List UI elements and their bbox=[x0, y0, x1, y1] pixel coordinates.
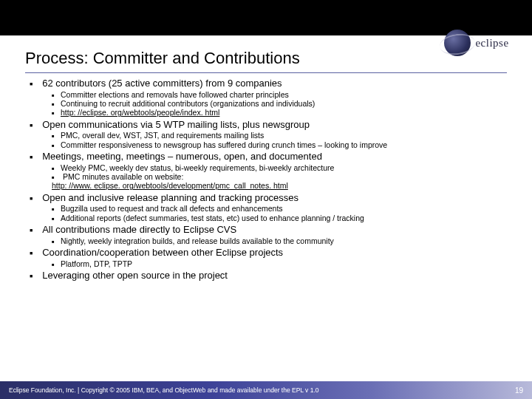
list-item: 62 contributors (25 active committers) f… bbox=[30, 78, 511, 117]
sub-list: Committer elections and removals have fo… bbox=[30, 90, 511, 117]
sub-list: Bugzilla used to request and track all d… bbox=[30, 204, 511, 222]
sub-item: Platform, DTP, TPTP bbox=[52, 259, 511, 268]
sub-item: Committer responsiveness to newsgroup ha… bbox=[52, 140, 511, 149]
slide-content: 62 contributors (25 active committers) f… bbox=[0, 78, 532, 281]
footer-bar: Eclipse Foundation, Inc. | Copyright © 2… bbox=[0, 381, 532, 399]
sub-item: http: //eclipse. org/webtools/people/ind… bbox=[52, 108, 511, 117]
eclipse-logo: eclipse bbox=[429, 25, 525, 61]
sub-list: PMC, overall dev, WST, JST, and requirem… bbox=[30, 131, 511, 149]
list-item: Leveraging other open source in the proj… bbox=[30, 270, 511, 282]
sub-list: Platform, DTP, TPTP bbox=[30, 259, 511, 268]
sub-item: PMC minutes available on website: http: … bbox=[52, 172, 511, 191]
list-item: Coordination/cooperation between other E… bbox=[30, 247, 511, 268]
item-text: Meetings, meeting, meetings – numerous, … bbox=[42, 151, 322, 162]
item-text: Coordination/cooperation between other E… bbox=[42, 247, 283, 258]
pmc-notes-link[interactable]: http: //www. eclipse. org/webtools/devel… bbox=[52, 181, 288, 190]
footer-copyright: Eclipse Foundation, Inc. | Copyright © 2… bbox=[9, 386, 319, 394]
logo-text: eclipse bbox=[475, 37, 508, 50]
title-rule bbox=[25, 72, 507, 73]
sub-item: Weekly PMC, weekly dev status, bi-weekly… bbox=[52, 163, 511, 172]
item-text: Open and inclusive release planning and … bbox=[42, 192, 299, 203]
sub-item: PMC, overall dev, WST, JST, and requirem… bbox=[52, 131, 511, 140]
item-text: Open communications via 5 WTP mailing li… bbox=[42, 119, 310, 130]
sub-list: Nightly, weekly integration builds, and … bbox=[30, 236, 511, 245]
page-number: 19 bbox=[515, 386, 523, 395]
sub-item: Additional reports (defect summaries, te… bbox=[52, 214, 511, 222]
eclipse-orb-icon bbox=[444, 30, 471, 56]
sub-item: Committer elections and removals have fo… bbox=[52, 90, 511, 99]
list-item: Meetings, meeting, meetings – numerous, … bbox=[30, 151, 511, 191]
item-text: All contributions made directly to Eclip… bbox=[42, 224, 236, 235]
list-item: Open and inclusive release planning and … bbox=[30, 192, 511, 222]
main-list: 62 contributors (25 active committers) f… bbox=[21, 78, 511, 281]
sub-list: Weekly PMC, weekly dev status, bi-weekly… bbox=[30, 163, 511, 191]
sub-item: Continuing to recruit additional contrib… bbox=[52, 99, 511, 108]
list-item: All contributions made directly to Eclip… bbox=[30, 224, 511, 245]
people-link[interactable]: http: //eclipse. org/webtools/people/ind… bbox=[61, 108, 219, 117]
list-item: Open communications via 5 WTP mailing li… bbox=[30, 119, 511, 149]
sub-item: Nightly, weekly integration builds, and … bbox=[52, 236, 511, 245]
item-text: 62 contributors (25 active committers) f… bbox=[42, 78, 282, 89]
item-text: Leveraging other open source in the proj… bbox=[42, 270, 228, 281]
sub-item: Bugzilla used to request and track all d… bbox=[52, 204, 511, 213]
